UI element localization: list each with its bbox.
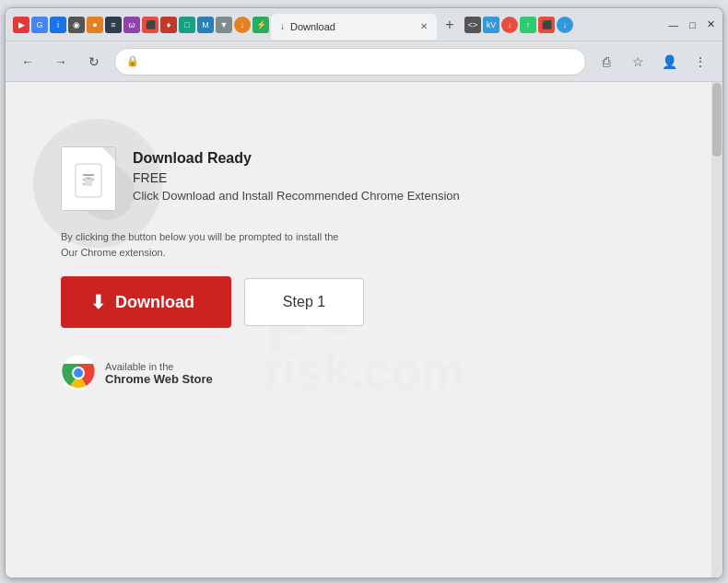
step1-button[interactable]: Step 1 [244,278,364,326]
download-card: Download Ready FREE Click Download and I… [61,146,460,211]
refresh-button[interactable]: ↻ [81,49,107,75]
download-ready-title: Download Ready [133,150,460,167]
ext-misc1[interactable]: ◉ [68,17,85,33]
ext-misc4[interactable]: ω [123,17,140,33]
address-bar[interactable]: 🔒 [114,48,586,76]
ext-dl1[interactable]: ↓ [234,17,251,33]
download-arrow-icon: ⬇ [90,291,106,313]
profile-button[interactable]: 👤 [656,49,682,75]
page-content: Download Ready FREE Click Download and I… [6,82,711,568]
close-button[interactable]: ✕ [707,18,715,30]
fine-print-line1: By clicking the button below you will be… [61,231,338,242]
tabs-row: ▶ G i ◉ ● ≡ ω ⬛ ♦ □ M ▼ ↓ ⚡ ↓ Download ✕… [13,10,668,40]
ext-misc6[interactable]: ♦ [160,17,177,33]
file-thumbnail [61,146,116,211]
toolbar-right-actions: ⎙ ☆ 👤 ⋮ [593,49,713,75]
maximize-button[interactable]: □ [689,19,696,30]
download-button[interactable]: ⬇ Download [61,276,231,328]
cws-line2: Chrome Web Store [105,372,213,386]
card-info: Download Ready FREE Click Download and I… [133,146,460,203]
scrollbar[interactable] [711,82,722,577]
ext-dl2[interactable]: ↓ [501,17,518,33]
ext-misc9[interactable]: ▼ [216,17,232,33]
new-tab-button[interactable]: + [439,14,461,36]
bookmark-button[interactable]: ☆ [625,49,651,75]
lock-icon: 🔒 [126,55,139,67]
download-button-label: Download [115,293,194,312]
tab-favicon: ↓ [280,21,285,31]
fine-print: By clicking the button below you will be… [61,229,338,260]
buttons-row: ⬇ Download Step 1 [61,276,364,328]
svg-rect-5 [86,178,91,180]
back-button[interactable]: ← [15,49,41,75]
active-tab[interactable]: ↓ Download ✕ [271,14,437,40]
window-controls: — □ ✕ [668,18,715,30]
forward-button[interactable]: → [48,49,74,75]
free-label: FREE [133,170,460,185]
ext-misc2[interactable]: ● [87,17,103,33]
ext-green[interactable]: ↑ [520,17,536,33]
card-description: Click Download and Install Recommended C… [133,189,460,203]
ext-red-sq[interactable]: ⬛ [538,17,555,33]
ext-misc7[interactable]: □ [179,17,195,33]
menu-button[interactable]: ⋮ [687,49,713,75]
navigation-toolbar: ← → ↻ 🔒 ⎙ ☆ 👤 ⋮ [6,41,722,82]
tab-title: Download [290,21,335,32]
tab-close-btn[interactable]: ✕ [420,21,428,31]
step1-label: Step 1 [283,294,325,309]
file-icon [74,162,103,204]
cws-text-block: Available in the Chrome Web Store [105,361,213,386]
ext-misc8[interactable]: M [197,17,214,33]
ext-kv[interactable]: kV [483,17,499,33]
ext-misc5[interactable]: ⬛ [142,17,159,33]
chrome-logo [61,356,96,391]
ext-code[interactable]: <> [464,17,481,33]
title-bar: ▶ G i ◉ ● ≡ ω ⬛ ♦ □ M ▼ ↓ ⚡ ↓ Download ✕… [6,8,722,41]
content-area: pc risk.com [6,82,722,577]
chrome-web-store-badge: Available in the Chrome Web Store [61,356,213,391]
ext-yt[interactable]: ▶ [13,17,29,33]
fine-print-line2: Our Chrome extension. [61,247,166,258]
scrollbar-thumb[interactable] [712,83,722,157]
ext-misc10[interactable]: ⚡ [252,17,269,33]
extension-icons-titlebar: ▶ G i ◉ ● ≡ ω ⬛ ♦ □ M ▼ ↓ ⚡ [13,17,269,33]
cws-line1: Available in the [105,361,213,372]
svg-point-9 [74,368,83,378]
browser-window: ▶ G i ◉ ● ≡ ω ⬛ ♦ □ M ▼ ↓ ⚡ ↓ Download ✕… [5,7,723,578]
minimize-button[interactable]: — [668,19,678,30]
ext-g[interactable]: G [31,17,48,33]
share-button[interactable]: ⎙ [593,49,619,75]
ext-dl3[interactable]: ↓ [557,17,573,33]
ext-i[interactable]: i [50,17,66,33]
ext-misc3[interactable]: ≡ [105,17,122,33]
